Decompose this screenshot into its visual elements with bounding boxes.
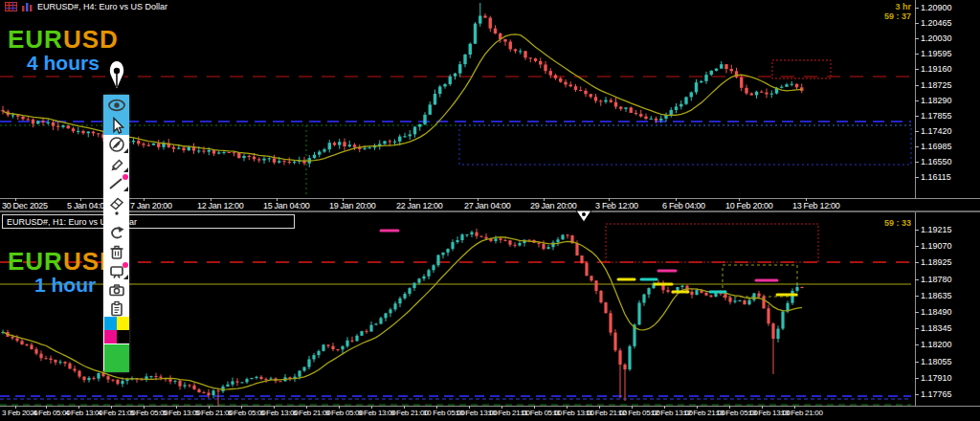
price-axis-line-h1 — [915, 212, 916, 406]
cursor-icon — [105, 116, 128, 135]
time-tick — [697, 406, 698, 409]
time-tick — [567, 406, 568, 409]
price-label: 1.18635 — [921, 291, 952, 300]
time-label: 30 Dec 2025 — [2, 201, 48, 210]
time-tick — [534, 406, 535, 409]
clipboard-icon — [105, 299, 128, 318]
timeframe-watermark-h4: 4 hours — [27, 52, 100, 75]
price-label: 1.20030 — [921, 33, 952, 43]
price-label: 1.20465 — [921, 18, 952, 28]
palette-swatch[interactable] — [104, 330, 117, 343]
toolbar-drag-handle[interactable] — [105, 58, 128, 93]
price-label: 1.17765 — [921, 389, 952, 399]
palette-swatch[interactable] — [117, 317, 129, 330]
candle-timer-h1: 59 : 33 — [884, 218, 911, 228]
price-label: 1.16550 — [921, 157, 952, 166]
price-label: 1.19215 — [921, 225, 952, 234]
symbol-quote: USD — [63, 25, 119, 54]
time-tick — [306, 406, 307, 409]
time-tick — [501, 406, 502, 409]
tool-screen-share-button[interactable] — [103, 261, 129, 280]
time-axis-line-h4 — [0, 198, 980, 199]
chart-h1-titlebar[interactable]: EURUSD#, H1: Euro vs US Dollar — [2, 214, 295, 229]
tool-highlighter-button[interactable] — [103, 154, 129, 173]
chart-h4-canvas[interactable] — [0, 0, 915, 198]
time-label: 29 Jan 20:00 — [530, 201, 576, 210]
time-axis-line-h1 — [0, 406, 980, 407]
time-label: 7 Jan 20:00 — [130, 201, 172, 210]
window-separator[interactable] — [0, 210, 980, 212]
time-tick — [729, 406, 730, 409]
price-label: 1.19595 — [921, 49, 952, 58]
tool-delete-button[interactable] — [103, 242, 129, 261]
time-tick — [436, 406, 437, 409]
price-tick — [915, 246, 919, 247]
price-label: 1.18780 — [921, 275, 952, 284]
price-label: 1.18345 — [921, 323, 952, 333]
submenu-corner-icon — [123, 275, 128, 279]
drawing-toolbar — [103, 95, 129, 372]
time-tick — [478, 198, 479, 201]
time-tick — [46, 406, 47, 409]
time-tick — [211, 198, 212, 201]
swatch-icon — [104, 344, 129, 372]
pink-dot-indicator — [122, 262, 128, 268]
time-tick — [15, 198, 16, 201]
undo-icon — [105, 223, 128, 242]
palette-swatch[interactable] — [117, 330, 129, 343]
time-label: 19 Jan 20:00 — [329, 201, 375, 210]
tool-line-tool-button[interactable] — [103, 173, 129, 192]
bar-chart-icon — [21, 2, 33, 11]
tool-visibility-button[interactable] — [103, 95, 129, 115]
price-tick — [915, 100, 919, 101]
time-tick — [544, 198, 545, 201]
trash-icon — [105, 242, 128, 261]
time-tick — [15, 406, 16, 409]
price-tick — [915, 116, 919, 117]
price-label: 1.18055 — [921, 357, 952, 366]
price-label: 1.18290 — [921, 96, 952, 105]
time-tick — [339, 406, 340, 409]
time-tick — [632, 406, 633, 409]
price-label: 1.18725 — [921, 80, 952, 90]
time-tick — [762, 406, 763, 409]
tool-snapshot-button[interactable] — [103, 280, 129, 299]
symbol-base: EUR — [8, 247, 63, 276]
price-tick — [915, 312, 919, 313]
price-tick — [915, 177, 919, 178]
price-label: 1.16115 — [921, 172, 951, 182]
pink-dot-indicator — [122, 174, 128, 180]
tool-active-color-button[interactable] — [103, 343, 129, 372]
time-label: 6 Feb 04:00 — [662, 201, 705, 210]
time-label: 12 Jan 12:00 — [197, 201, 243, 210]
price-label: 1.19160 — [921, 64, 952, 74]
time-tick — [274, 406, 275, 409]
chart-h4-titlebar[interactable]: EURUSD#, H4: Euro vs US Dollar — [0, 0, 167, 13]
time-label: 3 Feb 12:00 — [595, 201, 638, 210]
chart-h4-title: EURUSD#, H4: Euro vs US Dollar — [37, 2, 167, 11]
price-tick — [915, 328, 919, 329]
chart-h1-canvas[interactable] — [0, 212, 915, 407]
price-label: 1.17910 — [921, 373, 952, 383]
tool-palette-button[interactable] — [103, 317, 129, 343]
tool-select-button[interactable] — [103, 115, 129, 135]
time-tick — [371, 406, 372, 409]
price-tick — [915, 230, 919, 231]
palette-swatch[interactable] — [104, 317, 117, 330]
tool-draw-off-button[interactable] — [103, 135, 129, 154]
chart-window-h4: EURUSD#, H4: Euro vs US Dollar EURUSD 4 … — [0, 0, 980, 211]
tool-copy-button[interactable] — [103, 299, 129, 317]
tool-undo-button[interactable] — [103, 223, 129, 242]
time-tick — [343, 198, 344, 201]
time-tick — [78, 406, 79, 409]
time-tick — [277, 198, 278, 201]
price-tick — [915, 38, 919, 39]
time-tick — [176, 406, 177, 409]
tool-size-button[interactable] — [103, 211, 129, 223]
grid-icon — [5, 2, 17, 11]
price-label: 1.18200 — [921, 340, 952, 349]
time-tick — [676, 198, 677, 201]
symbol-watermark-h1: EURUSD — [8, 247, 119, 277]
time-tick — [144, 198, 145, 201]
submenu-corner-icon — [123, 167, 128, 172]
